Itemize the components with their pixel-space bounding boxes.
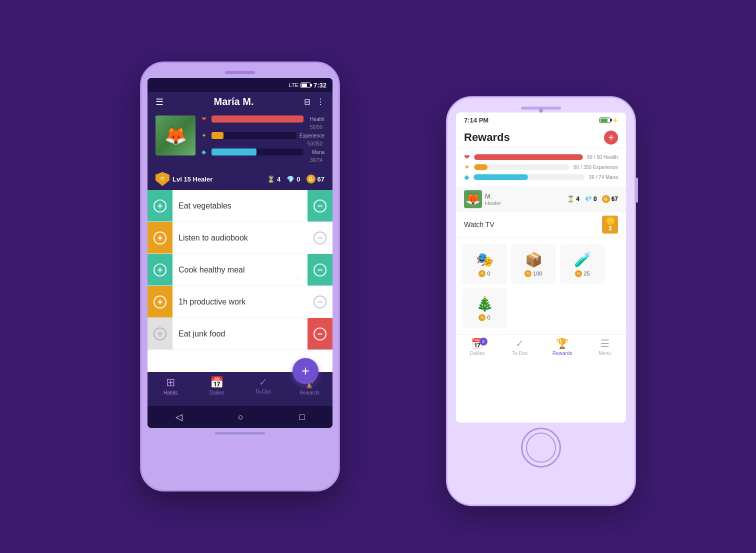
ios-level-left: 🦊 M. Healer <box>464 190 501 208</box>
ios-mana-bar-bg <box>474 174 585 180</box>
ios-bolt-icon: ⚡ <box>612 118 618 123</box>
level-shield-icon: 🛡 <box>156 172 170 186</box>
menu-icon[interactable]: ☰ <box>156 96 164 108</box>
battery-fill <box>302 84 307 87</box>
ios-home-button-inner <box>526 432 556 462</box>
exp-value: 50/350 <box>307 141 322 146</box>
recent-btn[interactable]: □ <box>299 412 304 422</box>
habit-minus-btn-work[interactable]: − <box>308 286 332 318</box>
ios-item-card-1[interactable]: 📦 G 100 <box>511 244 556 284</box>
habits-nav-label: Habits <box>164 390 178 396</box>
health-label: Health <box>306 116 324 122</box>
hourglass-stat: ⏳ 4 <box>267 176 280 183</box>
ios-item-card-0[interactable]: 🎭 G 0 <box>462 244 507 284</box>
habit-item-audiobook: + Listen to audiobook − <box>148 222 332 254</box>
habit-plus-btn-cook[interactable]: + <box>148 254 172 286</box>
ios-app-header: Rewards + <box>456 128 626 149</box>
ios-exp-bar <box>474 164 488 170</box>
ios-gold-coin-icon: 🪙 <box>606 217 614 225</box>
ios-gold-icon: G <box>602 195 610 203</box>
status-icons: LTE <box>289 82 310 88</box>
home-btn[interactable]: ○ <box>238 412 244 422</box>
minus-circle-cook: − <box>314 264 326 276</box>
ios-home-area <box>521 428 561 468</box>
back-btn[interactable]: ◁ <box>176 412 182 422</box>
nav-todos[interactable]: ✓ To-Dos <box>240 376 286 403</box>
habit-plus-btn-junk[interactable]: + <box>148 318 172 350</box>
ios-nav-todos[interactable]: ✓ To-Dos <box>498 338 541 360</box>
minus-circle-junk: − <box>314 328 326 340</box>
ios-rewards-icon: 🏆 <box>556 338 568 350</box>
signal-text: LTE <box>289 82 298 88</box>
habit-content-vegetables: Eat vegetables <box>172 190 308 222</box>
filter-icon[interactable]: ⊟ <box>304 97 310 106</box>
ios-character-name: M. <box>485 192 501 200</box>
rewards-nav-label: Rewards <box>300 390 319 396</box>
ios-level-info: M. Healer <box>485 192 501 206</box>
ios-home-button[interactable] <box>521 428 561 468</box>
ios-item-card-2[interactable]: 🧪 G 25 <box>560 244 605 284</box>
ios-exp-bar-bg <box>474 164 570 170</box>
mana-icon: ◆ <box>202 148 208 156</box>
ios-coin-3: G <box>478 314 486 321</box>
habit-minus-btn-vegetables[interactable]: − <box>308 190 332 222</box>
android-speaker <box>225 71 255 74</box>
habit-minus-btn-junk[interactable]: − <box>308 318 332 350</box>
ios-item-card-3[interactable]: 🎄 G 0 <box>462 288 507 328</box>
ios-camera-dot <box>539 108 543 112</box>
home-bar <box>215 432 265 434</box>
ios-time: 7:14 PM <box>464 116 488 124</box>
battery-tip <box>310 84 312 86</box>
habit-plus-btn-work[interactable]: + <box>148 286 172 318</box>
mana-bar-fill <box>212 148 256 156</box>
habit-item-productive-work: + 1h productive work − <box>148 286 332 318</box>
habit-name-audiobook: Listen to audiobook <box>178 234 248 242</box>
ios-item-icon-2: 🧪 <box>574 252 592 268</box>
ios-battery-fill <box>600 118 608 122</box>
level-stats: ⏳ 4 💎 0 G 67 <box>267 174 324 184</box>
habit-minus-btn-cook[interactable]: − <box>308 254 332 286</box>
mana-stat-row: ◆ Mana <box>202 148 324 156</box>
plus-circle-work: + <box>154 296 166 308</box>
habit-heart-cook: ♡ <box>295 274 302 282</box>
ios-item-icon-0: 🎭 <box>476 252 494 268</box>
app-title: María M. <box>214 96 254 108</box>
ios-mana-icon: ◆ <box>464 173 470 181</box>
ios-coin-2: G <box>575 270 582 277</box>
ios-nav-rewards[interactable]: 🏆 Rewards <box>541 338 584 360</box>
hourglass-value: 4 <box>277 176 280 183</box>
ios-hourglass-value: 4 <box>576 196 580 202</box>
habit-plus-btn-audiobook[interactable]: + <box>148 222 172 254</box>
ios-items-grid: 🎭 G 0 📦 G 100 🧪 G 25 <box>456 238 626 334</box>
avatar-container <box>156 116 196 156</box>
ios-nav-dailies[interactable]: 3 📅 Dailies <box>456 338 498 360</box>
habit-content-work: 1h productive work <box>172 286 308 318</box>
plus-circle-audiobook: + <box>154 232 166 244</box>
add-habit-fab[interactable]: + <box>292 358 318 384</box>
ios-avatar-icon: 🦊 <box>464 190 482 208</box>
todos-nav-label: To-Dos <box>255 389 271 394</box>
ios-item-cost-0: G 0 <box>478 270 490 277</box>
ios-cost-value-2: 25 <box>584 270 590 276</box>
exp-label: Experience <box>300 133 324 138</box>
habit-minus-btn-audiobook[interactable]: − <box>308 222 332 254</box>
ios-menu-icon: ☰ <box>600 338 610 350</box>
ios-add-reward-btn[interactable]: + <box>604 130 618 144</box>
ios-gold-badge: 🪙 3 <box>602 216 618 234</box>
nav-dailies[interactable]: 📅 Dailies <box>194 376 240 403</box>
ios-health-bar-bg <box>474 154 583 160</box>
ios-cost-value-3: 0 <box>487 314 490 320</box>
ios-nav-menu[interactable]: ☰ Menu <box>584 338 626 360</box>
fab-container: + <box>292 358 318 384</box>
minus-circle-vegetables: − <box>314 200 326 212</box>
health-stat-row: ❤ Health <box>202 116 324 122</box>
mana-value: 36/74 <box>310 158 322 163</box>
ios-todos-icon: ✓ <box>516 338 524 350</box>
ios-health-bar <box>474 154 583 160</box>
nav-habits[interactable]: ⊞ Habits <box>148 376 194 403</box>
habit-plus-btn-vegetables[interactable]: + <box>148 190 172 222</box>
ios-todos-label: To-Dos <box>512 350 528 356</box>
habits-nav-icon: ⊞ <box>166 376 175 389</box>
more-icon[interactable]: ⋮ <box>316 97 324 106</box>
gold-value: 67 <box>318 176 324 183</box>
